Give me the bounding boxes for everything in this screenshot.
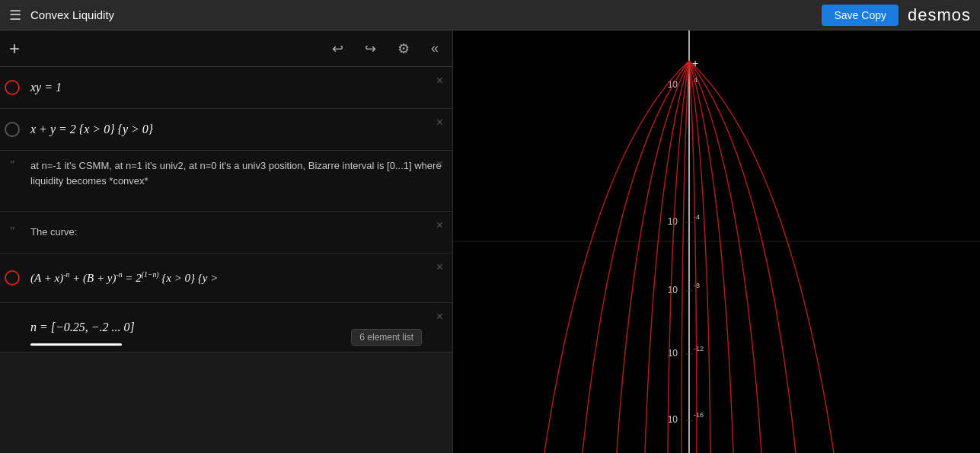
expr-content[interactable]: The curve: (24, 212, 452, 253)
graph-svg: 10 4 10 -4 10 -8 10 -12 10 -16 (453, 30, 980, 453)
graph-area[interactable]: 10 4 10 -4 10 -8 10 -12 10 -16 (453, 30, 980, 453)
quote-indicator: " (10, 160, 14, 172)
delete-expression-button[interactable]: × (433, 115, 446, 130)
element-list-badge: 6 element list (351, 329, 422, 346)
expr-indicator: " (0, 212, 24, 253)
svg-text:10: 10 (668, 285, 678, 295)
circle-indicator[interactable] (5, 122, 20, 137)
settings-button[interactable]: ⚙ (393, 37, 414, 60)
expression-row: x + y = 2 {x > 0} {y > 0} × (0, 109, 452, 151)
expr-indicator: " (0, 151, 24, 211)
svg-text:-8: -8 (694, 282, 700, 289)
desmos-logo: desmos (908, 5, 971, 25)
svg-rect-0 (453, 30, 980, 453)
topbar: ☰ Convex Liquidity Save Copy desmos (0, 0, 980, 30)
expression-row: " The curve: × (0, 212, 452, 254)
collapse-panel-button[interactable]: « (426, 37, 443, 59)
quote-indicator: " (10, 226, 14, 238)
svg-text:-16: -16 (694, 411, 704, 419)
expression-math: n = [−0.25, −.2 ... 0] (30, 319, 135, 336)
toolbar: + ↩ ↪ ⚙ « (0, 30, 452, 67)
delete-expression-button[interactable]: × (433, 260, 446, 275)
expression-math: xy = 1 (30, 79, 62, 96)
expression-math: (A + x)-n + (B + y)-n = 2(1−n) {x > 0} {… (30, 270, 218, 286)
main-content: + ↩ ↪ ⚙ « xy = 1 × (0, 30, 980, 453)
hamburger-icon[interactable]: ☰ (9, 7, 21, 24)
save-copy-button[interactable]: Save Copy (822, 5, 898, 26)
expr-content[interactable]: x + y = 2 {x > 0} {y > 0} (24, 109, 452, 150)
svg-text:10: 10 (668, 216, 678, 227)
circle-indicator[interactable] (5, 80, 20, 95)
delete-expression-button[interactable]: × (433, 218, 446, 233)
expr-indicator[interactable] (0, 109, 24, 150)
app-title: Convex Liquidity (30, 8, 812, 21)
add-expression-button[interactable]: + (9, 38, 20, 59)
expression-row: (A + x)-n + (B + y)-n = 2(1−n) {x > 0} {… (0, 254, 452, 303)
svg-text:+: + (692, 57, 698, 69)
svg-text:10: 10 (668, 414, 678, 425)
expression-math: x + y = 2 {x > 0} {y > 0} (30, 121, 153, 138)
expression-list: xy = 1 × x + y = 2 {x > 0} {y > 0} × (0, 67, 452, 453)
expr-content[interactable]: (A + x)-n + (B + y)-n = 2(1−n) {x > 0} {… (24, 254, 452, 302)
undo-button[interactable]: ↩ (327, 37, 348, 60)
expression-row: " at n=-1 it's CSMM, at n=1 it's univ2, … (0, 151, 452, 212)
slider-bar[interactable] (30, 343, 122, 346)
redo-button[interactable]: ↪ (360, 37, 381, 60)
expr-indicator (0, 303, 24, 352)
circle-indicator[interactable] (5, 270, 20, 286)
expression-note: at n=-1 it's CSMM, at n=1 it's univ2, at… (30, 158, 446, 188)
expr-content[interactable]: xy = 1 (24, 67, 452, 108)
expression-row: xy = 1 × (0, 67, 452, 109)
expr-indicator[interactable] (0, 254, 24, 302)
delete-expression-button[interactable]: × (433, 157, 446, 172)
delete-expression-button[interactable]: × (433, 309, 446, 324)
expr-content[interactable]: at n=-1 it's CSMM, at n=1 it's univ2, at… (24, 151, 452, 211)
delete-expression-button[interactable]: × (433, 73, 446, 88)
svg-text:-12: -12 (694, 345, 704, 353)
expression-row: n = [−0.25, −.2 ... 0] × 6 element list (0, 303, 452, 353)
left-panel: + ↩ ↪ ⚙ « xy = 1 × (0, 30, 453, 453)
expr-indicator[interactable] (0, 67, 24, 108)
expression-note: The curve: (30, 225, 77, 240)
